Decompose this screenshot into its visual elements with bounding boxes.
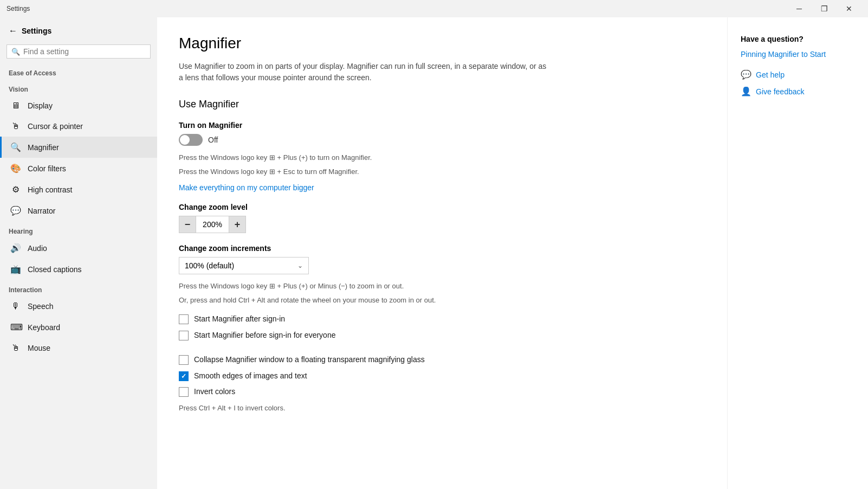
- sidebar-item-label: Keyboard: [28, 323, 60, 332]
- sidebar-item-label: Color filters: [28, 164, 66, 173]
- checkbox1-label: Start Magnifier after sign-in: [194, 314, 285, 325]
- get-help-action[interactable]: 💬 Get help: [741, 69, 855, 80]
- checkbox5-label: Invert colors: [194, 387, 235, 397]
- zoom-hint2: Or, press and hold Ctrl + Alt and rotate…: [179, 295, 547, 306]
- audio-icon: 🔊: [10, 243, 21, 253]
- sidebar-hearing-label: Hearing: [0, 221, 157, 237]
- checkbox3[interactable]: [179, 355, 189, 365]
- checkbox5-row: Invert colors: [179, 387, 547, 397]
- sidebar-item-audio[interactable]: 🔊 Audio: [0, 237, 157, 259]
- make-bigger-link[interactable]: Make everything on my computer bigger: [179, 183, 314, 192]
- color-filters-icon: 🎨: [10, 163, 21, 173]
- sidebar: ← Settings 🔍 Ease of Access Vision 🖥 Dis…: [0, 17, 157, 489]
- toggle-state-label: Off: [208, 136, 218, 144]
- sidebar-item-label: Speech: [28, 302, 53, 311]
- page-description: Use Magnifier to zoom in on parts of you…: [179, 61, 547, 83]
- closed-captions-icon: 📺: [10, 264, 21, 274]
- titlebar-title: Settings: [7, 5, 787, 12]
- zoom-level-label: Change zoom level: [179, 203, 705, 211]
- checkbox4[interactable]: [179, 371, 189, 381]
- main-content: Magnifier Use Magnifier to zoom in on pa…: [157, 17, 727, 489]
- speech-icon: 🎙: [10, 301, 21, 311]
- search-box[interactable]: 🔍: [7, 44, 151, 59]
- sidebar-item-label: Magnifier: [28, 143, 59, 152]
- get-help-icon: 💬: [741, 69, 752, 80]
- use-magnifier-title: Use Magnifier: [179, 99, 705, 110]
- titlebar: Settings ─ ❐ ✕: [0, 0, 868, 17]
- narrator-icon: 💬: [10, 205, 21, 216]
- page-title: Magnifier: [179, 35, 705, 52]
- magnifier-hint2: Press the Windows logo key ⊞ + Esc to tu…: [179, 166, 547, 177]
- sidebar-item-keyboard[interactable]: ⌨ Keyboard: [0, 317, 157, 338]
- sidebar-vision-label: Vision: [0, 79, 157, 95]
- checkbox2[interactable]: [179, 331, 189, 340]
- zoom-plus-button[interactable]: +: [229, 216, 246, 233]
- mouse-icon: 🖱: [10, 343, 21, 353]
- dropdown-arrow-icon: ⌄: [297, 262, 303, 269]
- zoom-level-row: − 200% +: [179, 216, 705, 233]
- maximize-button[interactable]: ❐: [812, 0, 837, 17]
- right-panel: Have a question? Pinning Magnifier to St…: [727, 17, 868, 489]
- sidebar-item-closed-captions[interactable]: 📺 Closed captions: [0, 259, 157, 280]
- give-feedback-label: Give feedback: [756, 87, 805, 96]
- keyboard-icon: ⌨: [10, 322, 21, 332]
- toggle-label: Turn on Magnifier: [179, 121, 705, 130]
- give-feedback-action[interactable]: 👤 Give feedback: [741, 86, 855, 96]
- minimize-button[interactable]: ─: [787, 0, 812, 17]
- sidebar-item-display[interactable]: 🖥 Display: [0, 95, 157, 116]
- zoom-increments-value: 100% (default): [185, 261, 234, 270]
- checkbox4-row: Smooth edges of images and text: [179, 371, 547, 382]
- zoom-increments-label: Change zoom increments: [179, 244, 705, 253]
- search-icon: 🔍: [11, 48, 20, 56]
- separator: [179, 346, 705, 355]
- sidebar-item-label: Mouse: [28, 344, 50, 352]
- get-help-label: Get help: [756, 70, 785, 79]
- sidebar-item-cursor-pointer[interactable]: 🖱 Cursor & pointer: [0, 116, 157, 137]
- toggle-knob: [180, 135, 190, 145]
- checkbox3-label: Collapse Magnifier window to a floating …: [194, 355, 425, 365]
- zoom-hint1: Press the Windows logo key ⊞ + Plus (+) …: [179, 281, 547, 292]
- checkbox2-row: Start Magnifier before sign-in for every…: [179, 330, 547, 341]
- invert-hint: Press Ctrl + Alt + I to invert colors.: [179, 403, 547, 414]
- give-feedback-icon: 👤: [741, 86, 752, 96]
- magnifier-hint1: Press the Windows logo key ⊞ + Plus (+) …: [179, 152, 547, 163]
- sidebar-item-label: Cursor & pointer: [28, 122, 83, 131]
- display-icon: 🖥: [10, 101, 21, 111]
- sidebar-item-magnifier[interactable]: 🔍 Magnifier: [0, 137, 157, 158]
- zoom-increments-dropdown[interactable]: 100% (default) ⌄: [179, 257, 309, 274]
- checkbox3-row: Collapse Magnifier window to a floating …: [179, 355, 547, 365]
- zoom-value: 200%: [196, 216, 229, 233]
- have-question-title: Have a question?: [741, 35, 855, 43]
- cursor-icon: 🖱: [10, 121, 21, 131]
- sidebar-item-label: Narrator: [28, 207, 55, 215]
- back-icon: ←: [9, 26, 17, 36]
- zoom-minus-button[interactable]: −: [179, 216, 196, 233]
- sidebar-title: Settings: [22, 27, 51, 35]
- magnifier-icon: 🔍: [10, 142, 21, 152]
- search-input[interactable]: [23, 47, 146, 56]
- checkbox1-row: Start Magnifier after sign-in: [179, 314, 547, 325]
- checkbox4-label: Smooth edges of images and text: [194, 371, 307, 382]
- sidebar-item-label: Display: [28, 101, 53, 110]
- sidebar-item-mouse[interactable]: 🖱 Mouse: [0, 338, 157, 358]
- sidebar-item-speech[interactable]: 🎙 Speech: [0, 296, 157, 317]
- sidebar-item-color-filters[interactable]: 🎨 Color filters: [0, 158, 157, 179]
- sidebar-interaction-label: Interaction: [0, 280, 157, 296]
- sidebar-item-narrator[interactable]: 💬 Narrator: [0, 200, 157, 221]
- sidebar-item-label: Audio: [28, 244, 47, 253]
- checkbox5[interactable]: [179, 387, 189, 397]
- sidebar-item-label: Closed captions: [28, 265, 82, 274]
- titlebar-controls: ─ ❐ ✕: [787, 0, 861, 17]
- magnifier-toggle-row: Off: [179, 134, 705, 146]
- back-button[interactable]: ← Settings: [0, 22, 157, 40]
- sidebar-item-high-contrast[interactable]: ⚙ High contrast: [0, 179, 157, 200]
- app: ← Settings 🔍 Ease of Access Vision 🖥 Dis…: [0, 17, 868, 489]
- close-button[interactable]: ✕: [837, 0, 861, 17]
- high-contrast-icon: ⚙: [10, 184, 21, 195]
- pinning-magnifier-link[interactable]: Pinning Magnifier to Start: [741, 50, 855, 59]
- checkbox2-label: Start Magnifier before sign-in for every…: [194, 330, 335, 341]
- sidebar-category-label: Ease of Access: [0, 63, 157, 79]
- checkbox1[interactable]: [179, 314, 189, 324]
- sidebar-item-label: High contrast: [28, 185, 72, 194]
- magnifier-toggle[interactable]: [179, 134, 203, 146]
